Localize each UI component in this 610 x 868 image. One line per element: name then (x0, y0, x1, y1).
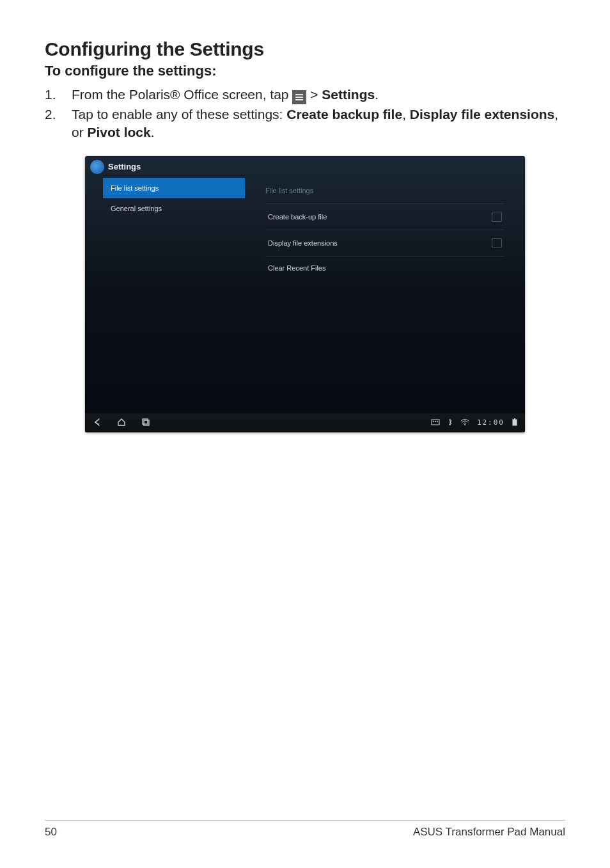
status-clock: 12:00 (477, 418, 504, 427)
step-body: Tap to enable any of these settings: Cre… (72, 106, 565, 142)
step-2: 2. Tap to enable any of these settings: … (45, 106, 565, 142)
svg-point-9 (464, 424, 465, 425)
checkbox-icon[interactable] (492, 238, 502, 248)
svg-rect-3 (143, 419, 148, 424)
step-text: > (310, 87, 322, 102)
home-icon[interactable] (117, 418, 126, 428)
setting-row-backup[interactable]: Create back-up file (265, 203, 504, 230)
svg-rect-11 (514, 418, 515, 420)
status-keyboard-icon (431, 419, 440, 427)
status-bluetooth-icon (448, 418, 453, 427)
svg-rect-0 (295, 94, 303, 95)
screenshot-left-panel: File list settings General settings (103, 178, 245, 411)
recent-apps-icon[interactable] (141, 418, 150, 428)
step-body: From the Polaris® Office screen, tap > S… (72, 86, 565, 104)
step-bold: Display file extensions (410, 107, 554, 122)
menu-icon (292, 90, 306, 104)
page-number: 50 (45, 826, 57, 839)
step-bold: Settings (322, 87, 375, 102)
svg-rect-2 (295, 99, 303, 100)
step-bold: Pivot lock (88, 125, 151, 139)
svg-rect-10 (513, 420, 517, 425)
svg-rect-5 (432, 420, 439, 425)
navbar-right: 12:00 (431, 418, 517, 427)
screenshot-header: Settings (85, 156, 525, 178)
footer-title: ASUS Transformer Pad Manual (413, 826, 565, 839)
setting-row-extensions[interactable]: Display file extensions (265, 230, 504, 256)
setting-row-clear[interactable]: Clear Recent Files (265, 256, 504, 280)
status-battery-icon (512, 418, 517, 427)
svg-rect-6 (433, 421, 434, 422)
svg-rect-1 (295, 97, 303, 98)
step-text: From the Polaris® Office screen, tap (72, 87, 292, 102)
step-number: 1. (45, 86, 72, 104)
screenshot-right-panel: File list settings Create back-up file D… (245, 178, 515, 411)
screenshot-body: File list settings General settings File… (103, 178, 515, 411)
svg-rect-7 (435, 421, 436, 422)
navbar-left (93, 418, 150, 428)
android-navbar: 12:00 (85, 413, 525, 432)
setting-label: Display file extensions (268, 239, 338, 247)
step-number: 2. (45, 106, 72, 123)
step-text: Tap to enable any of these settings: (72, 107, 286, 122)
checkbox-icon[interactable] (492, 212, 502, 222)
left-panel-item-general[interactable]: General settings (103, 198, 245, 219)
step-1: 1. From the Polaris® Office screen, tap … (45, 86, 565, 104)
page-footer: 50 ASUS Transformer Pad Manual (45, 820, 565, 839)
section-heading: Configuring the Settings (45, 38, 565, 60)
steps-list: 1. From the Polaris® Office screen, tap … (45, 86, 565, 142)
section-subheading: To configure the settings: (45, 63, 565, 79)
status-wifi-icon (460, 419, 469, 427)
setting-label: Create back-up file (268, 213, 327, 221)
svg-rect-8 (437, 421, 438, 422)
polaris-app-icon (90, 160, 104, 174)
left-panel-item-filelist[interactable]: File list settings (103, 178, 245, 198)
back-icon[interactable] (93, 418, 102, 428)
svg-rect-4 (144, 420, 149, 425)
embedded-screenshot: Settings File list settings General sett… (85, 156, 525, 432)
step-bold: Create backup file (286, 107, 402, 122)
step-text: . (375, 87, 379, 102)
setting-label: Clear Recent Files (268, 264, 325, 272)
page: Configuring the Settings To configure th… (0, 0, 610, 868)
screenshot-title: Settings (108, 162, 141, 171)
right-panel-category: File list settings (265, 178, 504, 203)
step-text: , (402, 107, 410, 122)
step-text: . (151, 125, 155, 139)
